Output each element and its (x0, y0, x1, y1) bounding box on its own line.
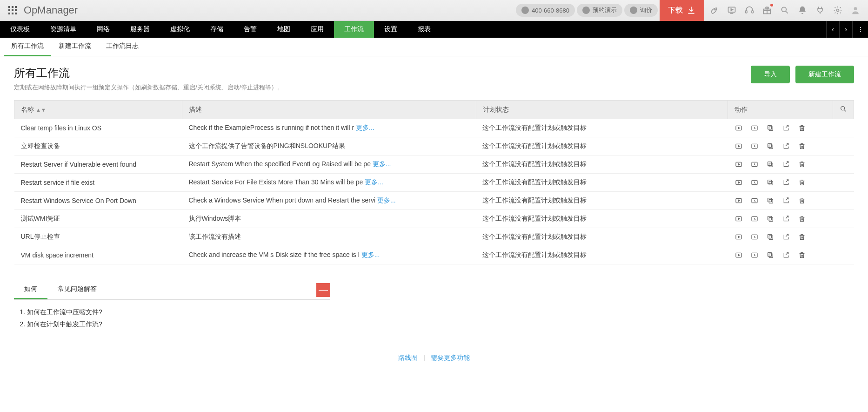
export-icon[interactable] (782, 196, 790, 205)
copy-icon[interactable] (766, 160, 775, 169)
table-search-icon[interactable] (833, 101, 854, 119)
run-icon[interactable] (734, 233, 743, 241)
roadmap-link[interactable]: 路线图 (398, 354, 418, 361)
phone-pill[interactable]: 400-660-8680 (516, 4, 575, 17)
subnav-item[interactable]: 新建工作流 (51, 38, 99, 56)
svg-point-15 (781, 7, 786, 12)
schedule-icon[interactable] (750, 178, 759, 187)
run-icon[interactable] (734, 178, 743, 187)
col-status[interactable]: 计划状态 (476, 101, 728, 119)
subnav-item[interactable]: 所有工作流 (4, 38, 51, 56)
cell-name[interactable]: Clear temp files in Linux OS (14, 119, 182, 137)
run-icon[interactable] (734, 196, 743, 205)
cell-name[interactable]: VM disk space increment (14, 246, 182, 264)
copy-icon[interactable] (766, 178, 775, 187)
cell-name[interactable]: Restart Server if Vulnerable event found (14, 155, 182, 174)
nav-item[interactable]: 虚拟化 (160, 21, 200, 38)
copy-icon[interactable] (766, 233, 775, 241)
cell-name[interactable]: Restart service if file exist (14, 174, 182, 192)
schedule-icon[interactable] (750, 142, 759, 150)
more-link[interactable]: 更多... (373, 160, 391, 168)
cell-name[interactable]: 立即检查设备 (14, 137, 182, 155)
demo-pill[interactable]: 预约演示 (577, 4, 622, 17)
nav-item[interactable]: 网络 (87, 21, 120, 38)
nav-item[interactable]: 应用 (300, 21, 334, 38)
rocket-icon[interactable] (706, 0, 722, 21)
headset-icon[interactable] (741, 0, 757, 21)
nav-more-icon[interactable]: ⋮ (852, 21, 868, 38)
gift-icon[interactable] (759, 0, 775, 21)
schedule-icon[interactable] (750, 160, 759, 169)
copy-icon[interactable] (766, 251, 775, 259)
delete-icon[interactable] (798, 160, 806, 169)
copy-icon[interactable] (766, 215, 775, 223)
monitor-icon[interactable] (724, 0, 740, 21)
nav-item[interactable]: 服务器 (120, 21, 160, 38)
more-features-link[interactable]: 需要更多功能 (431, 354, 470, 361)
schedule-icon[interactable] (750, 251, 759, 259)
more-link[interactable]: 更多... (361, 251, 380, 258)
apps-icon[interactable] (8, 6, 17, 14)
import-button[interactable]: 导入 (751, 66, 790, 83)
delete-icon[interactable] (798, 233, 806, 241)
svg-rect-43 (768, 198, 771, 202)
help-tab[interactable]: 如何 (14, 280, 47, 299)
subnav-item[interactable]: 工作流日志 (99, 38, 146, 56)
quote-pill[interactable]: 询价 (624, 4, 658, 17)
copy-icon[interactable] (766, 124, 775, 132)
user-icon[interactable] (848, 0, 863, 21)
delete-icon[interactable] (798, 196, 806, 205)
nav-item[interactable]: 设置 (374, 21, 407, 38)
nav-item[interactable]: 报表 (407, 21, 441, 38)
bell-icon[interactable] (795, 0, 810, 21)
nav-item[interactable]: 地图 (267, 21, 300, 38)
copy-icon[interactable] (766, 142, 775, 150)
download-button[interactable]: 下载 (660, 0, 704, 21)
run-icon[interactable] (734, 142, 743, 150)
nav-item[interactable]: 资源清单 (40, 21, 87, 38)
nav-item[interactable]: 工作流 (334, 21, 374, 38)
run-icon[interactable] (734, 160, 743, 169)
run-icon[interactable] (734, 124, 743, 132)
run-icon[interactable] (734, 251, 743, 259)
more-link[interactable]: 更多... (356, 124, 374, 131)
copy-icon[interactable] (766, 196, 775, 205)
schedule-icon[interactable] (750, 124, 759, 132)
nav-item[interactable]: 告警 (234, 21, 267, 38)
plug-icon[interactable] (812, 0, 828, 21)
col-name[interactable]: 名称▲▼ (14, 101, 182, 119)
cell-name[interactable]: 测试WMI凭证 (14, 210, 182, 228)
export-icon[interactable] (782, 160, 790, 169)
schedule-icon[interactable] (750, 196, 759, 205)
nav-item[interactable]: 存储 (200, 21, 234, 38)
create-workflow-button[interactable]: 新建工作流 (795, 66, 854, 83)
schedule-icon[interactable] (750, 233, 759, 241)
gear-icon[interactable] (830, 0, 846, 21)
delete-icon[interactable] (798, 215, 806, 223)
export-icon[interactable] (782, 233, 790, 241)
delete-icon[interactable] (798, 251, 806, 259)
export-icon[interactable] (782, 124, 790, 132)
nav-next-icon[interactable]: › (839, 21, 852, 38)
delete-icon[interactable] (798, 124, 806, 132)
col-desc[interactable]: 描述 (182, 101, 476, 119)
delete-icon[interactable] (798, 178, 806, 187)
export-icon[interactable] (782, 251, 790, 259)
more-link[interactable]: 更多... (365, 178, 383, 186)
export-icon[interactable] (782, 178, 790, 187)
run-icon[interactable] (734, 215, 743, 223)
help-tab[interactable]: 常见问题解答 (47, 280, 107, 299)
nav-prev-icon[interactable]: ‹ (826, 21, 839, 38)
collapse-icon[interactable]: — (316, 283, 330, 297)
export-icon[interactable] (782, 142, 790, 150)
delete-icon[interactable] (798, 142, 806, 150)
help-question[interactable]: 如何在工作流中压缩文件? (27, 308, 317, 317)
nav-item[interactable]: 仪表板 (0, 21, 40, 38)
more-link[interactable]: 更多... (377, 196, 396, 204)
help-question[interactable]: 如何在计划中触发工作流? (27, 320, 317, 329)
schedule-icon[interactable] (750, 215, 759, 223)
search-icon[interactable] (777, 0, 793, 21)
export-icon[interactable] (782, 215, 790, 223)
cell-name[interactable]: Restart Windows Service On Port Down (14, 192, 182, 210)
cell-name[interactable]: URL停止检查 (14, 228, 182, 246)
